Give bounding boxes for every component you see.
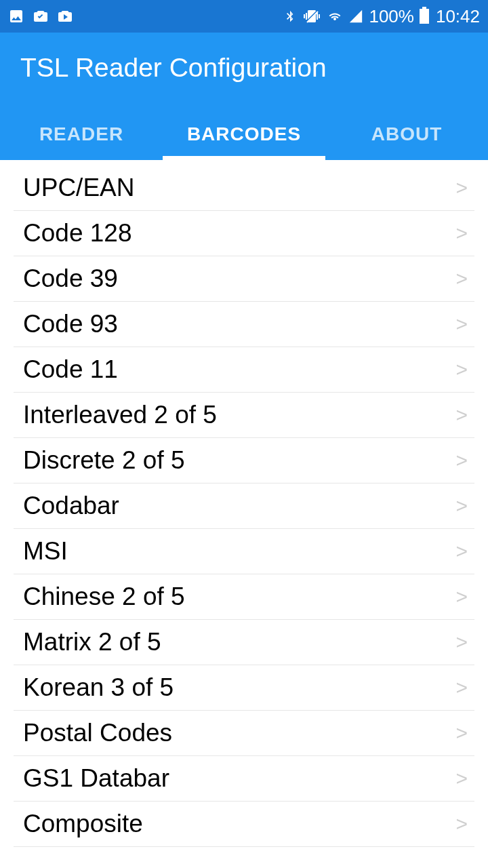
list-item-label: Code 93 [23,310,118,338]
list-item-composite[interactable]: Composite > [14,802,474,847]
list-item-label: Discrete 2 of 5 [23,446,185,475]
chevron-right-icon: > [455,631,468,654]
vibrate-icon [302,8,321,24]
list-item-label: Korean 3 of 5 [23,673,174,702]
list-item-postal-codes[interactable]: Postal Codes > [14,711,474,756]
list-item-code-39[interactable]: Code 39 > [14,256,474,302]
list-item-label: MSI [23,537,68,566]
list-item-interleaved-2-of-5[interactable]: Interleaved 2 of 5 > [14,393,474,438]
tab-barcodes[interactable]: BARCODES [163,110,325,160]
status-right: 100% 10:42 [283,6,480,27]
chevron-right-icon: > [455,722,468,745]
list-item-label: Code 39 [23,264,118,293]
list-item-label: GS1 Databar [23,764,169,793]
list-item-label: Matrix 2 of 5 [23,628,161,656]
bluetooth-icon [283,8,297,24]
list-item-label: Chinese 2 of 5 [23,583,185,611]
signal-icon [348,9,363,24]
wifi-icon [327,8,343,24]
chevron-right-icon: > [455,403,468,427]
list-item-label: Codabar [23,492,119,520]
list-item-label: Interleaved 2 of 5 [23,401,217,429]
list-item-korean-3-of-5[interactable]: Korean 3 of 5 > [14,665,474,711]
list-item-msi[interactable]: MSI > [14,529,474,574]
list-item-label: Postal Codes [23,719,172,747]
chevron-right-icon: > [455,540,468,563]
clock: 10:42 [436,6,480,27]
tab-reader[interactable]: READER [0,110,163,160]
store-play-icon [57,8,73,24]
tab-about[interactable]: ABOUT [325,110,488,160]
list-item-code-11[interactable]: Code 11 > [14,347,474,393]
tab-label: ABOUT [371,123,443,144]
chevron-right-icon: > [455,449,468,472]
chevron-right-icon: > [455,313,468,336]
page-title: TSL Reader Configuration [20,53,468,110]
status-bar: 100% 10:42 [0,0,488,33]
image-icon [8,8,24,24]
list-item-codabar[interactable]: Codabar > [14,484,474,529]
battery-icon [420,9,429,24]
list-item-code-93[interactable]: Code 93 > [14,302,474,347]
tab-label: BARCODES [187,123,301,144]
list-item-label: Code 11 [23,355,118,384]
chevron-right-icon: > [455,494,468,517]
list-item-chinese-2-of-5[interactable]: Chinese 2 of 5 > [14,574,474,620]
list-item-upc-ean[interactable]: UPC/EAN > [14,160,474,211]
chevron-right-icon: > [455,358,468,381]
list-item-label: Code 128 [23,219,131,248]
chevron-right-icon: > [455,585,468,608]
store-check-icon [33,8,49,24]
list-item-gs1-databar[interactable]: GS1 Databar > [14,756,474,802]
status-left [8,8,73,24]
app-bar: TSL Reader Configuration [0,33,488,110]
list-item-discrete-2-of-5[interactable]: Discrete 2 of 5 > [14,438,474,484]
chevron-right-icon: > [455,267,468,290]
chevron-right-icon: > [455,176,468,199]
chevron-right-icon: > [455,222,468,245]
tab-label: READER [39,123,123,144]
chevron-right-icon: > [455,812,468,835]
list-item-matrix-2-of-5[interactable]: Matrix 2 of 5 > [14,620,474,665]
chevron-right-icon: > [455,767,468,790]
battery-percent: 100% [369,6,414,27]
list-item-label: Composite [23,810,143,838]
chevron-right-icon: > [455,676,468,699]
list-item-code-128[interactable]: Code 128 > [14,211,474,256]
barcode-list: UPC/EAN > Code 128 > Code 39 > Code 93 >… [0,160,488,847]
list-item-label: UPC/EAN [23,174,134,202]
tab-bar: READER BARCODES ABOUT [0,110,488,160]
